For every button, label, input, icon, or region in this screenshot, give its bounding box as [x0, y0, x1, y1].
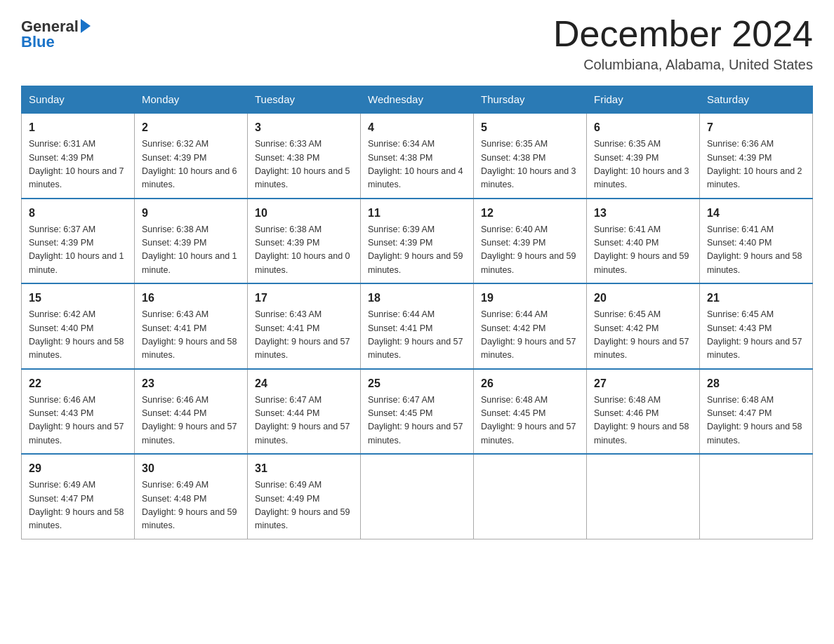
calendar-cell: 4Sunrise: 6:34 AMSunset: 4:38 PMDaylight…: [361, 113, 474, 199]
day-number: 28: [707, 375, 805, 392]
day-info: Sunrise: 6:36 AMSunset: 4:39 PMDaylight:…: [707, 137, 805, 192]
calendar-cell: 27Sunrise: 6:48 AMSunset: 4:46 PMDayligh…: [587, 369, 700, 455]
calendar-week-5: 29Sunrise: 6:49 AMSunset: 4:47 PMDayligh…: [22, 454, 813, 539]
day-info: Sunrise: 6:35 AMSunset: 4:39 PMDaylight:…: [594, 137, 692, 192]
day-number: 22: [29, 375, 127, 392]
day-info: Sunrise: 6:42 AMSunset: 4:40 PMDaylight:…: [29, 308, 127, 363]
header: General Blue December 2024 Columbiana, A…: [21, 14, 813, 73]
day-number: 27: [594, 375, 692, 392]
day-info: Sunrise: 6:38 AMSunset: 4:39 PMDaylight:…: [255, 223, 353, 278]
day-number: 23: [142, 375, 240, 392]
weekday-header-monday: Monday: [135, 86, 248, 114]
calendar-cell: 29Sunrise: 6:49 AMSunset: 4:47 PMDayligh…: [22, 454, 135, 539]
calendar-cell: 18Sunrise: 6:44 AMSunset: 4:41 PMDayligh…: [361, 283, 474, 369]
weekday-header-row: SundayMondayTuesdayWednesdayThursdayFrid…: [22, 86, 813, 114]
day-number: 26: [481, 375, 579, 392]
day-info: Sunrise: 6:45 AMSunset: 4:43 PMDaylight:…: [707, 308, 805, 363]
calendar-cell: 15Sunrise: 6:42 AMSunset: 4:40 PMDayligh…: [22, 283, 135, 369]
calendar-cell: 22Sunrise: 6:46 AMSunset: 4:43 PMDayligh…: [22, 369, 135, 455]
day-number: 18: [368, 290, 466, 307]
day-info: Sunrise: 6:39 AMSunset: 4:39 PMDaylight:…: [368, 223, 466, 278]
day-number: 13: [594, 205, 692, 222]
weekday-header-tuesday: Tuesday: [248, 86, 361, 114]
calendar-cell: 6Sunrise: 6:35 AMSunset: 4:39 PMDaylight…: [587, 113, 700, 199]
calendar-week-3: 15Sunrise: 6:42 AMSunset: 4:40 PMDayligh…: [22, 283, 813, 369]
calendar-cell: 17Sunrise: 6:43 AMSunset: 4:41 PMDayligh…: [248, 283, 361, 369]
day-info: Sunrise: 6:43 AMSunset: 4:41 PMDaylight:…: [142, 308, 240, 363]
calendar-cell: 13Sunrise: 6:41 AMSunset: 4:40 PMDayligh…: [587, 199, 700, 284]
calendar-cell: 8Sunrise: 6:37 AMSunset: 4:39 PMDaylight…: [22, 199, 135, 284]
calendar-cell: 1Sunrise: 6:31 AMSunset: 4:39 PMDaylight…: [22, 113, 135, 199]
day-info: Sunrise: 6:49 AMSunset: 4:49 PMDaylight:…: [255, 478, 353, 533]
weekday-header-wednesday: Wednesday: [361, 86, 474, 114]
day-info: Sunrise: 6:38 AMSunset: 4:39 PMDaylight:…: [142, 223, 240, 278]
calendar-cell: [700, 454, 813, 539]
day-info: Sunrise: 6:44 AMSunset: 4:42 PMDaylight:…: [481, 308, 579, 363]
calendar-cell: [361, 454, 474, 539]
calendar-cell: 31Sunrise: 6:49 AMSunset: 4:49 PMDayligh…: [248, 454, 361, 539]
calendar-cell: 21Sunrise: 6:45 AMSunset: 4:43 PMDayligh…: [700, 283, 813, 369]
day-info: Sunrise: 6:40 AMSunset: 4:39 PMDaylight:…: [481, 223, 579, 278]
calendar-table: SundayMondayTuesdayWednesdayThursdayFrid…: [21, 86, 813, 539]
calendar-cell: 23Sunrise: 6:46 AMSunset: 4:44 PMDayligh…: [135, 369, 248, 455]
calendar-cell: [474, 454, 587, 539]
day-info: Sunrise: 6:41 AMSunset: 4:40 PMDaylight:…: [594, 223, 692, 278]
day-number: 17: [255, 290, 353, 307]
calendar-cell: 3Sunrise: 6:33 AMSunset: 4:38 PMDaylight…: [248, 113, 361, 199]
day-number: 31: [255, 460, 353, 477]
month-title: December 2024: [553, 14, 813, 54]
title-area: December 2024 Columbiana, Alabama, Unite…: [553, 14, 813, 73]
day-info: Sunrise: 6:45 AMSunset: 4:42 PMDaylight:…: [594, 308, 692, 363]
calendar-cell: 5Sunrise: 6:35 AMSunset: 4:38 PMDaylight…: [474, 113, 587, 199]
calendar-cell: 9Sunrise: 6:38 AMSunset: 4:39 PMDaylight…: [135, 199, 248, 284]
day-info: Sunrise: 6:44 AMSunset: 4:41 PMDaylight:…: [368, 308, 466, 363]
day-info: Sunrise: 6:34 AMSunset: 4:38 PMDaylight:…: [368, 137, 466, 192]
logo-blue: Blue: [21, 34, 55, 51]
day-number: 2: [142, 119, 240, 136]
calendar-week-4: 22Sunrise: 6:46 AMSunset: 4:43 PMDayligh…: [22, 369, 813, 455]
day-info: Sunrise: 6:47 AMSunset: 4:45 PMDaylight:…: [368, 394, 466, 448]
day-number: 5: [481, 119, 579, 136]
day-number: 8: [29, 205, 127, 222]
day-info: Sunrise: 6:37 AMSunset: 4:39 PMDaylight:…: [29, 223, 127, 278]
day-number: 16: [142, 290, 240, 307]
calendar-cell: 19Sunrise: 6:44 AMSunset: 4:42 PMDayligh…: [474, 283, 587, 369]
weekday-header-saturday: Saturday: [700, 86, 813, 114]
day-number: 3: [255, 119, 353, 136]
calendar-cell: 28Sunrise: 6:48 AMSunset: 4:47 PMDayligh…: [700, 369, 813, 455]
day-info: Sunrise: 6:47 AMSunset: 4:44 PMDaylight:…: [255, 394, 353, 448]
day-number: 10: [255, 205, 353, 222]
day-info: Sunrise: 6:49 AMSunset: 4:48 PMDaylight:…: [142, 478, 240, 533]
day-number: 7: [707, 119, 805, 136]
day-info: Sunrise: 6:46 AMSunset: 4:43 PMDaylight:…: [29, 394, 127, 448]
day-info: Sunrise: 6:43 AMSunset: 4:41 PMDaylight:…: [255, 308, 353, 363]
calendar-cell: 12Sunrise: 6:40 AMSunset: 4:39 PMDayligh…: [474, 199, 587, 284]
day-number: 21: [707, 290, 805, 307]
calendar-cell: 16Sunrise: 6:43 AMSunset: 4:41 PMDayligh…: [135, 283, 248, 369]
calendar-cell: 26Sunrise: 6:48 AMSunset: 4:45 PMDayligh…: [474, 369, 587, 455]
calendar-week-1: 1Sunrise: 6:31 AMSunset: 4:39 PMDaylight…: [22, 113, 813, 199]
day-number: 24: [255, 375, 353, 392]
calendar-cell: 7Sunrise: 6:36 AMSunset: 4:39 PMDaylight…: [700, 113, 813, 199]
day-info: Sunrise: 6:49 AMSunset: 4:47 PMDaylight:…: [29, 478, 127, 533]
calendar-cell: 14Sunrise: 6:41 AMSunset: 4:40 PMDayligh…: [700, 199, 813, 284]
day-number: 15: [29, 290, 127, 307]
day-info: Sunrise: 6:46 AMSunset: 4:44 PMDaylight:…: [142, 394, 240, 448]
calendar-week-2: 8Sunrise: 6:37 AMSunset: 4:39 PMDaylight…: [22, 199, 813, 284]
calendar-cell: 11Sunrise: 6:39 AMSunset: 4:39 PMDayligh…: [361, 199, 474, 284]
day-number: 12: [481, 205, 579, 222]
day-number: 1: [29, 119, 127, 136]
day-number: 29: [29, 460, 127, 477]
logo: General Blue: [21, 14, 91, 51]
day-number: 4: [368, 119, 466, 136]
calendar-cell: 10Sunrise: 6:38 AMSunset: 4:39 PMDayligh…: [248, 199, 361, 284]
calendar-cell: [587, 454, 700, 539]
calendar-cell: 2Sunrise: 6:32 AMSunset: 4:39 PMDaylight…: [135, 113, 248, 199]
day-number: 19: [481, 290, 579, 307]
day-info: Sunrise: 6:41 AMSunset: 4:40 PMDaylight:…: [707, 223, 805, 278]
day-number: 11: [368, 205, 466, 222]
day-info: Sunrise: 6:48 AMSunset: 4:47 PMDaylight:…: [707, 394, 805, 448]
day-info: Sunrise: 6:33 AMSunset: 4:38 PMDaylight:…: [255, 137, 353, 192]
day-info: Sunrise: 6:35 AMSunset: 4:38 PMDaylight:…: [481, 137, 579, 192]
calendar-cell: 24Sunrise: 6:47 AMSunset: 4:44 PMDayligh…: [248, 369, 361, 455]
